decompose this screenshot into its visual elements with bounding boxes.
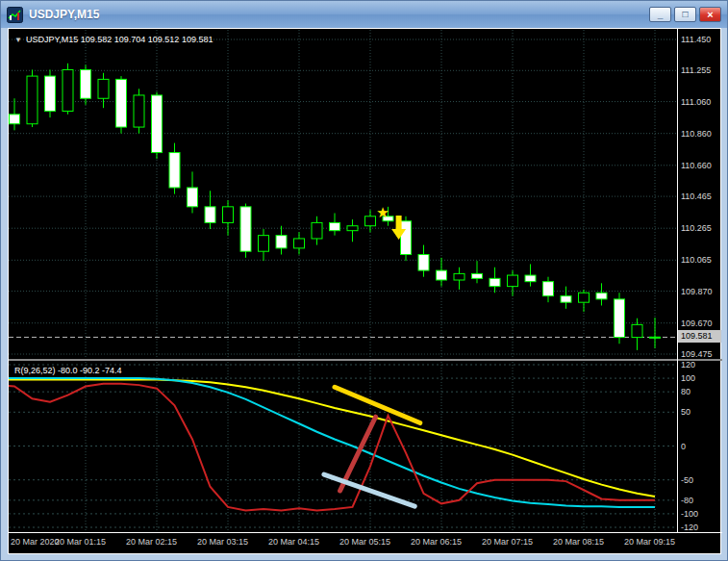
star-annotation-icon: ★	[376, 204, 389, 220]
candle-body	[472, 273, 483, 278]
price-axis-label: 111.060	[681, 97, 711, 107]
candle-body	[365, 217, 376, 226]
panel-divider[interactable]	[9, 359, 722, 361]
chart-area[interactable]: ★ ▼USDJPY,M15 109.582 109.704 109.512 10…	[8, 28, 721, 554]
candle-body	[330, 222, 340, 230]
indicator-line-R26	[9, 378, 655, 507]
time-axis-label: 20 Mar 03:15	[197, 537, 248, 547]
indicator-label: R(9,26,52) -80.0 -90.2 -74.4	[14, 366, 122, 375]
indicator-axis-label: -50	[681, 475, 693, 485]
time-axis-label: 20 Mar 08:15	[553, 537, 604, 547]
candle-body	[508, 275, 518, 287]
main-price-chart[interactable]: ★	[9, 30, 677, 359]
candle-body	[45, 76, 56, 111]
time-axis-label: 20 Mar 05:15	[339, 537, 390, 547]
price-axis-label: 110.660	[681, 161, 712, 170]
price-axis-label: 111.255	[681, 65, 711, 75]
candle-body	[525, 275, 536, 282]
price-axis-label: 111.450	[681, 35, 711, 44]
candle-body	[63, 69, 73, 111]
bid-price-tag: 109.581	[678, 330, 721, 343]
candle-body	[615, 299, 625, 338]
time-axis-label: 20 Mar 06:15	[411, 537, 462, 547]
maximize-button[interactable]: □	[674, 7, 696, 22]
candle-body	[347, 226, 358, 231]
time-axis-label: 20 Mar 07:15	[482, 537, 533, 547]
time-axis-label: 20 Mar 02:15	[126, 537, 177, 547]
close-button[interactable]: ×	[699, 7, 721, 22]
candle-body	[454, 273, 464, 280]
candle-body	[437, 270, 447, 280]
candle-body	[205, 207, 215, 223]
candle-body	[134, 95, 144, 127]
price-axis-label: 110.065	[681, 255, 712, 265]
candle-body	[543, 282, 554, 296]
indicator-chart[interactable]	[9, 362, 677, 532]
candle-body	[294, 239, 305, 248]
candle-body	[223, 207, 234, 223]
candle-body	[116, 79, 127, 127]
minimize-button[interactable]: _	[649, 7, 671, 22]
price-axis-label: 110.465	[681, 191, 712, 201]
candle-body	[240, 207, 251, 251]
candle-body	[188, 188, 198, 207]
candle-body	[98, 79, 109, 98]
price-axis-label: 110.265	[681, 223, 712, 233]
candle-body	[152, 95, 163, 153]
indicator-axis-label: 50	[681, 407, 690, 417]
ohlc-text: USDJPY,M15 109.582 109.704 109.512 109.5…	[26, 35, 213, 44]
indicator-axis-label: -100	[681, 509, 698, 519]
chart-shift-marker-icon: ▼	[14, 36, 22, 44]
indicator-axis-label: 0	[681, 442, 686, 451]
price-axis-label: 109.870	[681, 287, 713, 296]
indicator-axis-label: 120	[681, 360, 695, 370]
title-bar[interactable]: USDJPY,M15 _ □ ×	[1, 1, 727, 28]
time-axis-divider	[9, 532, 722, 533]
candle-body	[401, 221, 412, 255]
time-axis-label: 20 Mar 04:15	[268, 537, 319, 547]
candle-body	[418, 255, 429, 271]
candle-body	[579, 293, 590, 302]
indicator-axis-label: -80	[681, 496, 693, 505]
candle-body	[596, 293, 607, 299]
candle-body	[81, 69, 91, 98]
candle-body	[276, 236, 287, 248]
price-axis-label: 110.860	[681, 129, 712, 139]
candle-body	[561, 296, 571, 303]
chart-window: USDJPY,M15 _ □ × ★ ▼USDJPY,M15 109.582 1…	[0, 0, 728, 561]
indicator-axis-label: -120	[681, 523, 698, 532]
time-axis-label: 20 Mar 01:15	[55, 537, 106, 547]
indicator-axis-label: 80	[681, 387, 690, 396]
trend-line-annotation-2	[324, 474, 414, 506]
price-axis-label: 109.670	[681, 319, 713, 328]
ohlc-info: ▼USDJPY,M15 109.582 109.704 109.512 109.…	[14, 35, 213, 44]
indicator-line-R9	[9, 384, 655, 511]
window-title: USDJPY,M15	[29, 8, 99, 21]
time-axis-label: 20 Mar 2020	[11, 537, 60, 547]
candle-body	[169, 153, 180, 188]
chart-app-icon	[7, 7, 23, 23]
window-controls: _ □ ×	[649, 7, 721, 22]
candle-body	[632, 324, 642, 337]
candle-body	[10, 115, 20, 124]
time-axis-label: 20 Mar 09:15	[624, 537, 675, 547]
candle-body	[650, 337, 661, 338]
candle-body	[490, 278, 500, 286]
price-axis-divider	[677, 29, 678, 532]
candle-body	[259, 236, 269, 252]
indicator-axis-label: 100	[681, 373, 695, 383]
candle-body	[312, 222, 322, 239]
price-axis-label: 109.475	[681, 349, 713, 359]
candle-body	[27, 76, 38, 124]
